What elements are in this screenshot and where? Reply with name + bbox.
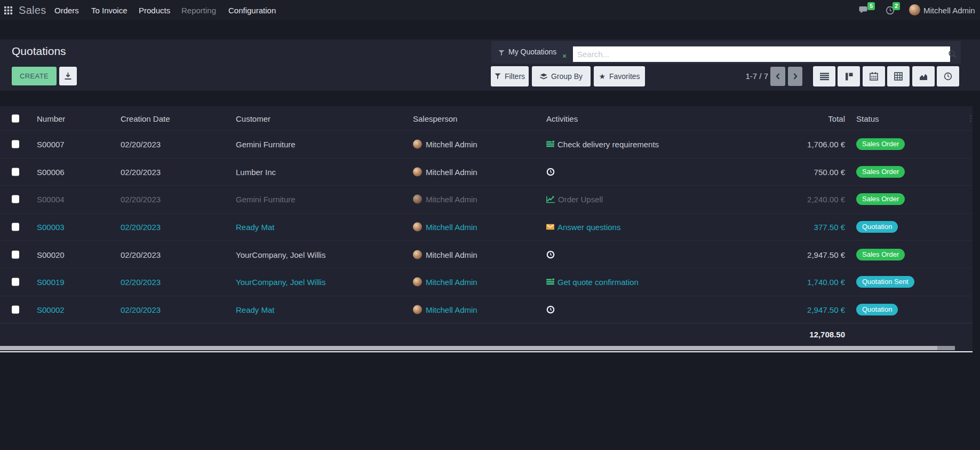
facet-filter-icon: [498, 50, 505, 56]
col-header-creation-date[interactable]: Creation Date: [121, 114, 170, 123]
row-total: 2,947.50 €: [807, 305, 845, 314]
activity-cell[interactable]: [546, 305, 555, 314]
status-badge: Quotation: [856, 304, 898, 315]
filters-button[interactable]: Filters: [491, 66, 529, 86]
activity-cell[interactable]: [546, 250, 555, 259]
row-checkbox[interactable]: [12, 168, 19, 176]
salesperson-avatar: [413, 140, 422, 149]
view-activity-button[interactable]: [937, 66, 959, 86]
nav-item-configuration[interactable]: Configuration: [228, 0, 276, 20]
apps-menu-icon[interactable]: [4, 0, 12, 20]
col-header-activities[interactable]: Activities: [546, 114, 578, 123]
create-button[interactable]: CREATE: [12, 67, 57, 85]
col-header-status[interactable]: Status: [856, 114, 879, 123]
row-checkbox[interactable]: [12, 223, 19, 231]
col-header-salesperson[interactable]: Salesperson: [413, 114, 457, 123]
search-input[interactable]: [573, 46, 950, 62]
tasks-activity-icon: [546, 279, 554, 286]
row-number: S00004: [37, 195, 65, 204]
row-total: 2,240.00 €: [807, 195, 845, 204]
table-row[interactable]: S00006 02/20/2023 Lumber Inc Mitchell Ad…: [0, 159, 973, 186]
pager-next-button[interactable]: [788, 67, 802, 86]
col-header-customer[interactable]: Customer: [236, 114, 270, 123]
pivot-view-icon: [894, 72, 903, 81]
row-date: 02/20/2023: [121, 278, 161, 287]
tasks-activity-icon: [546, 141, 554, 148]
salesperson-name: Mitchell Admin: [426, 278, 477, 287]
activity-cell[interactable]: [546, 168, 555, 176]
list-view-icon: [820, 73, 829, 81]
row-total: 377.50 €: [814, 223, 845, 232]
user-menu[interactable]: Mitchell Admin: [923, 0, 975, 20]
chevron-left-icon: [775, 73, 781, 80]
row-date: 02/20/2023: [121, 250, 161, 259]
table-row[interactable]: S00020 02/20/2023 YourCompany, Joel Will…: [0, 241, 973, 269]
row-checkbox[interactable]: [12, 195, 19, 203]
row-checkbox[interactable]: [12, 250, 19, 258]
row-checkbox[interactable]: [12, 305, 19, 313]
salesperson-avatar: [413, 278, 422, 287]
activity-label: Order Upsell: [558, 195, 603, 204]
view-calendar-button[interactable]: [863, 66, 885, 86]
activity-view-icon: [944, 72, 952, 81]
layers-icon: [540, 73, 547, 80]
nav-item-reporting[interactable]: Reporting: [181, 0, 216, 20]
scrollbar-thumb[interactable]: [0, 346, 955, 350]
row-checkbox[interactable]: [12, 278, 19, 286]
row-date: 02/20/2023: [121, 140, 161, 149]
user-avatar[interactable]: [909, 4, 920, 15]
table-row[interactable]: S00004 02/20/2023 Gemini Furniture Mitch…: [0, 186, 973, 214]
kanban-view-icon: [845, 73, 853, 81]
table-row[interactable]: S00003 02/20/2023 Ready Mat Mitchell Adm…: [0, 214, 973, 241]
row-checkbox[interactable]: [12, 140, 19, 148]
col-header-number[interactable]: Number: [37, 114, 65, 123]
col-header-total[interactable]: Total: [828, 114, 845, 123]
view-kanban-button[interactable]: [838, 66, 860, 86]
quotations-table: Number Creation Date Customer Salesperso…: [0, 106, 973, 352]
view-pivot-button[interactable]: [887, 66, 910, 86]
horizontal-scrollbar[interactable]: [0, 345, 973, 351]
view-graph-button[interactable]: [912, 66, 935, 86]
row-total: 2,947.50 €: [807, 250, 845, 259]
totals-row: 12,708.50: [0, 323, 973, 345]
group-by-button[interactable]: Group By: [532, 66, 591, 86]
nav-item-to-invoice[interactable]: To Invoice: [91, 0, 128, 20]
salesperson-name: Mitchell Admin: [426, 223, 477, 232]
table-row[interactable]: S00002 02/20/2023 Ready Mat Mitchell Adm…: [0, 296, 973, 324]
row-date: 02/20/2023: [121, 305, 161, 314]
activity-cell[interactable]: Answer questions: [546, 223, 620, 232]
nav-item-products[interactable]: Products: [139, 0, 170, 20]
envelope-activity-icon: [546, 224, 554, 230]
nav-item-orders[interactable]: Orders: [54, 0, 79, 20]
optional-columns-icon[interactable]: ⋮: [967, 114, 975, 123]
activity-label: Check delivery requirements: [557, 140, 659, 149]
search-facet[interactable]: My Quotations: [508, 41, 556, 64]
activity-label: Answer questions: [557, 223, 620, 232]
row-total: 1,740.00 €: [807, 278, 845, 287]
row-date: 02/20/2023: [121, 167, 161, 176]
facet-remove-icon[interactable]: ×: [562, 52, 567, 60]
select-all-checkbox[interactable]: [12, 114, 19, 122]
messages-badge: 5: [867, 2, 875, 10]
row-date: 02/20/2023: [121, 223, 161, 232]
odoo-sales-screen: Sales Orders To Invoice Products Reporti…: [0, 0, 980, 450]
app-brand[interactable]: Sales: [19, 0, 46, 20]
view-list-button[interactable]: [813, 66, 835, 86]
export-button[interactable]: [59, 67, 77, 85]
calendar-view-icon: [870, 72, 878, 81]
table-row[interactable]: S00019 02/20/2023 YourCompany, Joel Will…: [0, 269, 973, 296]
row-number: S00007: [37, 140, 65, 149]
pager-previous-button[interactable]: [770, 67, 785, 86]
row-customer: Ready Mat: [236, 305, 275, 314]
favorites-button[interactable]: ★ Favorites: [594, 66, 645, 86]
pager-range[interactable]: 1-7 / 7: [704, 66, 768, 86]
activity-cell[interactable]: Order Upsell: [546, 195, 603, 204]
row-customer: YourCompany, Joel Willis: [236, 278, 325, 287]
salesperson-avatar: [413, 167, 422, 176]
row-number: S00020: [37, 250, 65, 259]
table-row[interactable]: S00007 02/20/2023 Gemini Furniture Mitch…: [0, 131, 973, 159]
activity-cell[interactable]: Check delivery requirements: [546, 140, 659, 149]
activity-cell[interactable]: Get quote confirmation: [546, 278, 639, 287]
row-number: S00006: [37, 167, 65, 176]
search-icon[interactable]: [948, 50, 957, 59]
